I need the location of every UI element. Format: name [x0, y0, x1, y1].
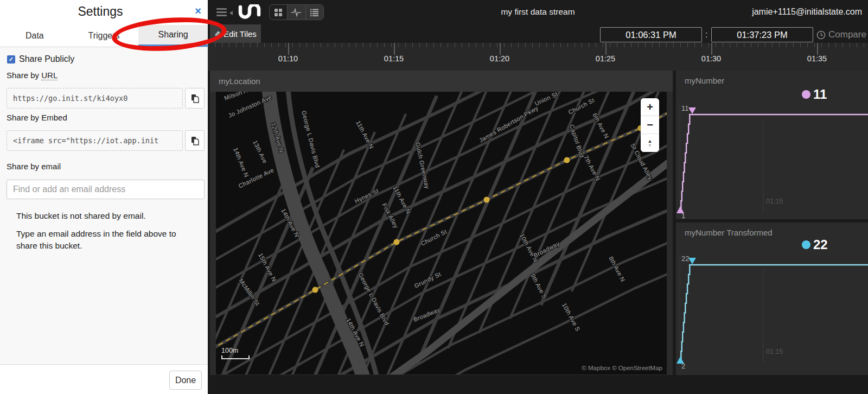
map-scale-label: 100m: [221, 347, 238, 354]
list-view-button[interactable]: [306, 5, 323, 20]
settings-panel: Settings × Data Triggers Sharing ✓ Share…: [0, 0, 208, 394]
map-tile-title: myLocation: [219, 77, 260, 86]
street-label: 10th Ave N: [519, 232, 539, 263]
timeline-minor-tick: [532, 43, 533, 47]
timeline-minor-tick: [694, 43, 695, 47]
share-hint-message: Type an email address in the field above…: [16, 228, 191, 251]
street-label: James Robertson Pkwy: [478, 105, 539, 144]
time-range-start-input[interactable]: [600, 27, 702, 42]
grid-icon: [274, 8, 283, 17]
timeline-minor-tick: [631, 43, 631, 47]
timeline-minor-tick: [243, 43, 244, 47]
timeline-minor-tick: [504, 43, 505, 47]
timeline-minor-tick: [582, 43, 582, 47]
map-zoom-in-button[interactable]: +: [641, 98, 659, 116]
time-range-separator: :: [705, 30, 707, 40]
initialstate-logo-icon[interactable]: [238, 4, 261, 23]
timeline-minor-tick: [370, 43, 371, 47]
timeline-minor-tick: [455, 43, 455, 47]
timeline-minor-tick: [264, 43, 265, 47]
timeline-minor-tick: [645, 43, 646, 47]
map-pitch-toggle-button[interactable]: ▲ ▼: [641, 134, 659, 152]
timeline-minor-tick: [518, 43, 519, 47]
done-button[interactable]: Done: [169, 371, 202, 390]
timeline-minor-tick: [363, 43, 363, 47]
timeline-minor-tick: [307, 43, 307, 47]
street-label: 13th Ave: [252, 139, 269, 164]
timeline-minor-tick: [744, 43, 744, 47]
timeline-minor-tick: [680, 43, 681, 47]
share-publicly-checkbox[interactable]: ✓: [7, 55, 15, 63]
timeline-minor-tick: [250, 43, 251, 47]
timeline-tick-label: 01:20: [490, 54, 509, 63]
timeline-minor-tick: [624, 43, 624, 47]
timeline-minor-tick: [497, 43, 497, 47]
timeline-minor-tick: [349, 43, 349, 47]
url-term[interactable]: URL: [41, 71, 58, 80]
user-email[interactable]: jamie+1115@initialstate.com: [752, 7, 862, 17]
timeline-minor-tick: [222, 43, 222, 47]
copy-url-button[interactable]: [185, 88, 205, 109]
timeline-tick-label: 01:15: [384, 54, 404, 63]
close-icon[interactable]: ×: [195, 5, 201, 16]
tab-triggers[interactable]: Triggers: [69, 25, 139, 47]
current-value-badge: 11: [802, 87, 827, 102]
timeline-minor-tick: [793, 43, 794, 47]
app-root: my first data stream: [0, 0, 868, 394]
share-embed-field[interactable]: [7, 130, 183, 151]
svg-text:11: 11: [681, 104, 689, 112]
svg-text:01:15: 01:15: [766, 198, 783, 205]
timeline-minor-tick: [426, 43, 427, 47]
line-chart[interactable]: 01:15222: [676, 223, 868, 375]
compare-button[interactable]: Compare: [816, 29, 866, 40]
street-label: 9th Ave S: [529, 272, 548, 300]
time-range-end-input[interactable]: [711, 27, 813, 42]
waveform-icon: [291, 8, 302, 17]
edit-tiles-button[interactable]: ✎ Edit Tiles: [210, 24, 261, 43]
grid-view-button[interactable]: [270, 5, 288, 20]
current-value: 22: [813, 237, 828, 252]
map-zoom-control: + − ▲ ▼: [641, 98, 659, 152]
top-bar: my first data stream: [208, 0, 868, 43]
tile-mynumber: myNumber 11 01:15111: [676, 71, 868, 219]
timeline-minor-tick: [321, 43, 321, 47]
email-address-input[interactable]: [7, 180, 205, 199]
timeline-minor-tick: [405, 43, 406, 47]
timeline-minor-tick: [560, 43, 561, 47]
timeline-minor-tick: [546, 43, 547, 47]
sidebar-collapse-button[interactable]: [216, 8, 233, 17]
list-icon: [310, 8, 319, 17]
timeline-major-tick: [500, 43, 501, 55]
timeline-minor-tick: [709, 43, 709, 47]
timeline-minor-tick: [448, 43, 448, 47]
copy-embed-button[interactable]: [185, 130, 205, 151]
timeline-minor-tick: [469, 43, 469, 47]
timeline-minor-tick: [215, 43, 215, 47]
share-url-field[interactable]: [7, 88, 183, 109]
edit-tiles-label: Edit Tiles: [224, 29, 257, 39]
line-chart[interactable]: 01:15111: [676, 71, 868, 219]
timeline-minor-tick: [596, 43, 596, 47]
share-by-url-label: Share by URL: [7, 71, 58, 80]
timeline-minor-tick: [828, 43, 829, 47]
timeline-minor-tick: [490, 43, 490, 47]
tile-mylocation: myLocation Milson AveJo Johnston Ave14th…: [210, 71, 673, 375]
timeline-tick-label: 01:25: [596, 54, 615, 63]
svg-text:22: 22: [681, 255, 689, 263]
map-canvas[interactable]: Milson AveJo Johnston Ave14th Ave N13th …: [216, 92, 667, 374]
map-scale-bar: 100m: [221, 347, 250, 359]
timeline-minor-tick: [786, 43, 787, 47]
timeline-minor-tick: [567, 43, 568, 47]
timeline-minor-tick: [843, 43, 843, 47]
waveform-view-button[interactable]: [288, 5, 305, 20]
timeline-minor-tick: [610, 43, 610, 47]
tab-data[interactable]: Data: [0, 25, 69, 47]
timeline-minor-tick: [758, 43, 758, 47]
timeline-minor-tick: [730, 43, 730, 47]
map-zoom-out-button[interactable]: −: [641, 116, 659, 134]
timeline-minor-tick: [292, 43, 293, 47]
map-attribution[interactable]: © Mapbox © OpenStreetMap: [582, 365, 662, 371]
timeline-scrubber[interactable]: 01:1001:1501:2001:2501:3001:35: [208, 43, 868, 71]
timeline-minor-tick: [356, 43, 356, 47]
tab-sharing[interactable]: Sharing: [138, 25, 208, 47]
